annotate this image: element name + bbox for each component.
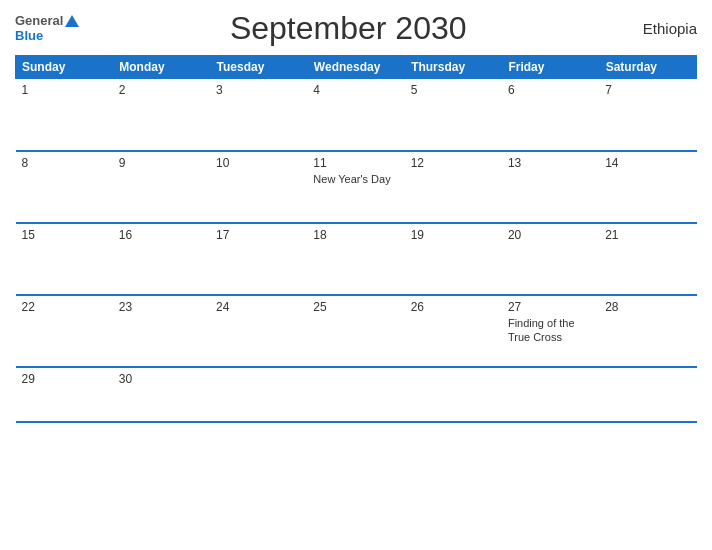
- day-number: 22: [22, 300, 107, 314]
- calendar-cell: 3: [210, 79, 307, 151]
- calendar-week-row: 891011New Year's Day121314: [16, 151, 697, 223]
- day-number: 18: [313, 228, 398, 242]
- calendar-container: General Blue September 2030 Ethiopia Sun…: [0, 0, 712, 550]
- day-number: 28: [605, 300, 690, 314]
- calendar-week-row: 2930: [16, 367, 697, 422]
- calendar-cell: 14: [599, 151, 696, 223]
- calendar-week-row: 1234567: [16, 79, 697, 151]
- day-number: 7: [605, 83, 690, 97]
- calendar-week-row: 222324252627Finding of the True Cross28: [16, 295, 697, 367]
- calendar-cell: [307, 367, 404, 422]
- calendar-cell: [599, 367, 696, 422]
- day-number: 27: [508, 300, 593, 314]
- calendar-cell: 16: [113, 223, 210, 295]
- day-number: 30: [119, 372, 204, 386]
- calendar-cell: 5: [405, 79, 502, 151]
- day-number: 11: [313, 156, 398, 170]
- event-label: Finding of the True Cross: [508, 317, 575, 343]
- calendar-cell: 23: [113, 295, 210, 367]
- calendar-cell: [502, 367, 599, 422]
- calendar-cell: 17: [210, 223, 307, 295]
- logo: General Blue: [15, 14, 79, 43]
- calendar-cell: [405, 367, 502, 422]
- header-tuesday: Tuesday: [210, 56, 307, 79]
- calendar-cell: 20: [502, 223, 599, 295]
- logo-triangle-icon: [65, 15, 79, 27]
- day-number: 16: [119, 228, 204, 242]
- event-label: New Year's Day: [313, 173, 390, 185]
- header-friday: Friday: [502, 56, 599, 79]
- day-number: 3: [216, 83, 301, 97]
- day-number: 5: [411, 83, 496, 97]
- day-number: 29: [22, 372, 107, 386]
- calendar-cell: 28: [599, 295, 696, 367]
- days-header-row: Sunday Monday Tuesday Wednesday Thursday…: [16, 56, 697, 79]
- day-number: 9: [119, 156, 204, 170]
- calendar-cell: 12: [405, 151, 502, 223]
- calendar-cell: 27Finding of the True Cross: [502, 295, 599, 367]
- header-wednesday: Wednesday: [307, 56, 404, 79]
- calendar-cell: 29: [16, 367, 113, 422]
- country-label: Ethiopia: [617, 20, 697, 37]
- calendar-cell: 15: [16, 223, 113, 295]
- logo-blue-text: Blue: [15, 29, 43, 43]
- calendar-cell: 24: [210, 295, 307, 367]
- header-sunday: Sunday: [16, 56, 113, 79]
- calendar-cell: 18: [307, 223, 404, 295]
- day-number: 1: [22, 83, 107, 97]
- day-number: 17: [216, 228, 301, 242]
- header-saturday: Saturday: [599, 56, 696, 79]
- calendar-cell: 2: [113, 79, 210, 151]
- logo-general-text: General: [15, 14, 63, 28]
- day-number: 26: [411, 300, 496, 314]
- calendar-cell: 11New Year's Day: [307, 151, 404, 223]
- calendar-cell: 4: [307, 79, 404, 151]
- day-number: 24: [216, 300, 301, 314]
- day-number: 10: [216, 156, 301, 170]
- header-monday: Monday: [113, 56, 210, 79]
- day-number: 15: [22, 228, 107, 242]
- day-number: 23: [119, 300, 204, 314]
- header-thursday: Thursday: [405, 56, 502, 79]
- day-number: 14: [605, 156, 690, 170]
- calendar-cell: 7: [599, 79, 696, 151]
- calendar-cell: 8: [16, 151, 113, 223]
- day-number: 6: [508, 83, 593, 97]
- calendar-header: General Blue September 2030 Ethiopia: [15, 10, 697, 47]
- calendar-cell: 13: [502, 151, 599, 223]
- calendar-cell: [210, 367, 307, 422]
- day-number: 21: [605, 228, 690, 242]
- calendar-cell: 1: [16, 79, 113, 151]
- calendar-cell: 25: [307, 295, 404, 367]
- calendar-cell: 6: [502, 79, 599, 151]
- calendar-cell: 22: [16, 295, 113, 367]
- calendar-title: September 2030: [79, 10, 617, 47]
- calendar-cell: 26: [405, 295, 502, 367]
- day-number: 25: [313, 300, 398, 314]
- calendar-cell: 9: [113, 151, 210, 223]
- day-number: 4: [313, 83, 398, 97]
- calendar-cell: 21: [599, 223, 696, 295]
- day-number: 20: [508, 228, 593, 242]
- calendar-cell: 10: [210, 151, 307, 223]
- day-number: 19: [411, 228, 496, 242]
- calendar-cell: 19: [405, 223, 502, 295]
- day-number: 13: [508, 156, 593, 170]
- day-number: 8: [22, 156, 107, 170]
- calendar-cell: 30: [113, 367, 210, 422]
- calendar-table: Sunday Monday Tuesday Wednesday Thursday…: [15, 55, 697, 423]
- day-number: 2: [119, 83, 204, 97]
- calendar-week-row: 15161718192021: [16, 223, 697, 295]
- day-number: 12: [411, 156, 496, 170]
